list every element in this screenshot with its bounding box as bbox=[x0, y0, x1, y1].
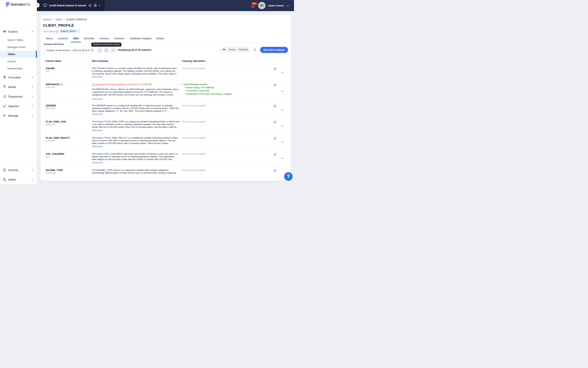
svg-text:?: ? bbox=[56, 30, 58, 32]
